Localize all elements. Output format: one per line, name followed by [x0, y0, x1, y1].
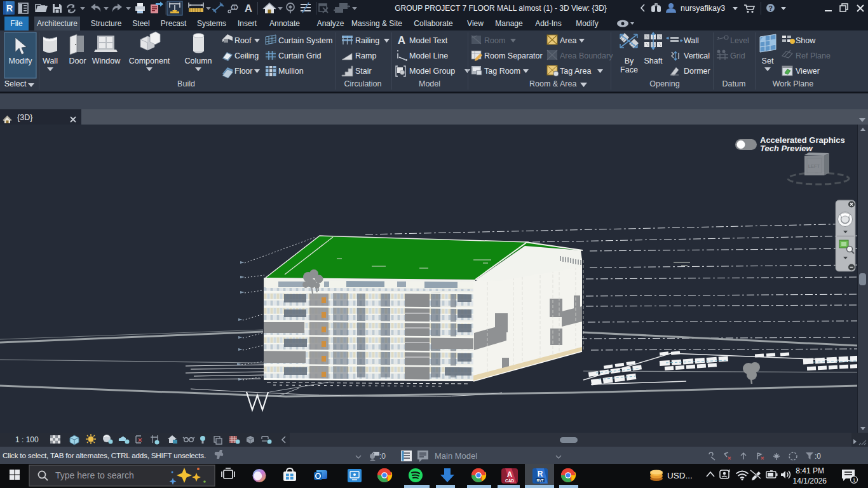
- svg-text:R: R: [6, 3, 13, 13]
- svg-text:{3D}: {3D}: [17, 113, 32, 122]
- svg-text:RVT: RVT: [537, 478, 545, 482]
- svg-text:Room: Room: [484, 36, 505, 45]
- svg-text:By: By: [625, 57, 634, 65]
- svg-text:Dormer: Dormer: [684, 67, 710, 76]
- svg-text:nursyafikay3: nursyafikay3: [681, 4, 725, 13]
- svg-text:Shaft: Shaft: [644, 57, 663, 65]
- svg-text:Main Model: Main Model: [435, 451, 477, 461]
- svg-text:Model: Model: [419, 79, 440, 88]
- svg-text::0: :0: [379, 452, 386, 461]
- svg-text:Set: Set: [762, 57, 774, 65]
- svg-text:Model Line: Model Line: [409, 51, 448, 60]
- svg-text:Ceiling: Ceiling: [234, 51, 259, 60]
- svg-text:GROUP PROJECT 7 FLOOR MALL alm: GROUP PROJECT 7 FLOOR MALL almost (1) - …: [395, 4, 607, 13]
- svg-text:Area Boundary: Area Boundary: [560, 51, 613, 60]
- svg-text:Stair: Stair: [355, 67, 372, 76]
- svg-text:Area: Area: [560, 36, 576, 45]
- svg-text:Grid: Grid: [730, 51, 745, 60]
- svg-text:Wall: Wall: [43, 57, 58, 65]
- svg-text:Face: Face: [620, 65, 638, 74]
- svg-text:Viewer: Viewer: [796, 67, 820, 76]
- svg-text:Floor: Floor: [234, 67, 252, 76]
- svg-text:Datum: Datum: [722, 79, 746, 88]
- svg-text:Circulation: Circulation: [344, 79, 381, 88]
- svg-text:1: 1: [233, 5, 236, 10]
- svg-text:Tag Area: Tag Area: [560, 67, 591, 76]
- svg-text:R: R: [538, 470, 543, 478]
- svg-text:Component: Component: [129, 57, 170, 65]
- svg-text:Modify: Modify: [9, 57, 33, 65]
- svg-text:Vertical: Vertical: [684, 51, 710, 60]
- svg-text:Tag Room: Tag Room: [484, 67, 520, 76]
- svg-text:Opening: Opening: [649, 79, 679, 88]
- svg-text:14/1/2026: 14/1/2026: [793, 477, 827, 485]
- svg-text:A: A: [507, 470, 513, 479]
- svg-text:Wall: Wall: [684, 36, 699, 45]
- svg-text:Show: Show: [796, 36, 816, 45]
- svg-text:Room & Area: Room & Area: [529, 79, 576, 88]
- svg-text:Ramp: Ramp: [355, 51, 376, 60]
- svg-text:USD...: USD...: [667, 471, 693, 480]
- svg-text:Build: Build: [177, 79, 195, 88]
- svg-text:Select: Select: [4, 79, 27, 88]
- svg-text:Ref Plane: Ref Plane: [796, 51, 831, 60]
- svg-text:Curtain System: Curtain System: [278, 36, 332, 45]
- svg-text:?: ?: [768, 4, 773, 12]
- svg-text:A: A: [398, 34, 405, 46]
- svg-text:A: A: [245, 3, 252, 15]
- svg-text:CAD: CAD: [505, 478, 514, 483]
- svg-text:Tech Preview: Tech Preview: [760, 144, 813, 153]
- svg-text:Mullion: Mullion: [278, 67, 304, 76]
- svg-text:1 : 100: 1 : 100: [15, 435, 39, 444]
- svg-text:Type here to search: Type here to search: [55, 470, 134, 480]
- svg-text:Model Group: Model Group: [409, 67, 455, 76]
- svg-text:Roof: Roof: [234, 36, 252, 45]
- svg-text::0: :0: [815, 452, 821, 461]
- svg-text:Door: Door: [69, 57, 86, 65]
- svg-text:Railing: Railing: [355, 36, 379, 45]
- svg-text:Level: Level: [730, 36, 749, 45]
- svg-text:Curtain Grid: Curtain Grid: [278, 51, 321, 60]
- svg-text:8:41 PM: 8:41 PM: [796, 466, 824, 475]
- svg-text:Click to select, TAB for alter: Click to select, TAB for alternates, CTR…: [3, 451, 206, 459]
- svg-text:Column: Column: [184, 57, 212, 65]
- svg-text:Room Separator: Room Separator: [484, 51, 543, 60]
- svg-text:Window: Window: [92, 57, 121, 65]
- svg-text:LEFT: LEFT: [808, 163, 820, 169]
- svg-text:Work Plane: Work Plane: [773, 79, 813, 88]
- svg-text:Model Text: Model Text: [409, 36, 448, 45]
- svg-text:1: 1: [853, 477, 856, 484]
